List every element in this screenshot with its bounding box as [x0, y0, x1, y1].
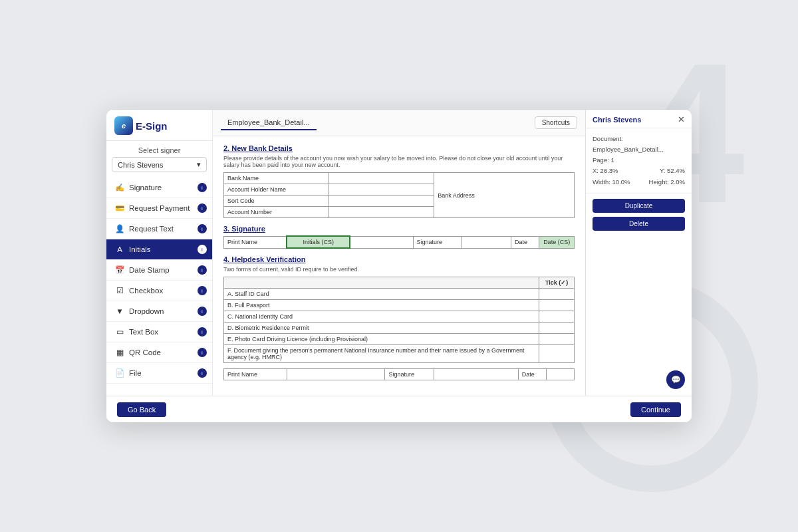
- page-info-label: Page:: [593, 156, 609, 164]
- sidebar-item-signature[interactable]: ✍ Signature i: [106, 178, 212, 198]
- sidebar-badge-checkbox: i: [198, 286, 207, 295]
- sidebar-badge-signature: i: [198, 183, 207, 192]
- sidebar-label-qr-code: QR Code: [129, 348, 161, 356]
- file-icon: 📄: [114, 368, 125, 378]
- sidebar-item-file[interactable]: 📄 File i: [106, 363, 212, 384]
- sidebar-badge-qr-code: i: [198, 348, 207, 357]
- checkbox-icon: ☑: [114, 285, 125, 296]
- close-button[interactable]: ✕: [678, 115, 685, 124]
- right-panel: Chris Stevens ✕ Document: Employee_Bank_…: [585, 110, 692, 396]
- final-print-name-value: [287, 369, 385, 380]
- final-signature-table: Print Name Signature Date: [223, 368, 575, 380]
- sidebar-item-date-stamp[interactable]: 📅 Date Stamp i: [106, 260, 212, 281]
- bank-name-value: [329, 173, 434, 184]
- sidebar-item-checkbox[interactable]: ☑ Checkbox i: [106, 281, 212, 301]
- wh-info-row: Width: 10.0% Height: 2.0%: [593, 177, 685, 188]
- logo-text: E-Sign: [136, 120, 168, 132]
- sidebar-badge-request-text: i: [198, 224, 207, 233]
- helpdesk-item-e: E. Photo Card Driving Licence (including…: [224, 334, 539, 345]
- payment-icon: 💳: [114, 203, 125, 213]
- window-body: e E-Sign Select signer Chris Stevens ▾ ✍…: [106, 110, 692, 396]
- initials-cs-cell: Initials (CS): [287, 236, 350, 248]
- qr-code-icon: ▦: [114, 347, 125, 358]
- sidebar-badge-request-payment: i: [198, 203, 207, 213]
- helpdesk-tick-d: [539, 323, 575, 334]
- sort-code-label: Sort Code: [224, 196, 329, 207]
- main-window: e E-Sign Select signer Chris Stevens ▾ ✍…: [106, 110, 692, 422]
- helpdesk-tick-c: [539, 311, 575, 323]
- helpdesk-tick-b: [539, 300, 575, 311]
- final-print-name-label: Print Name: [224, 369, 287, 380]
- right-panel-info: Document: Employee_Bank_Detail... Page: …: [586, 128, 692, 194]
- doc-tab[interactable]: Employee_Bank_Detail...: [221, 116, 317, 130]
- document-info-label: Document:: [593, 135, 623, 142]
- sidebar-label-initials: Initials: [129, 245, 151, 253]
- final-signature-value: [434, 369, 518, 380]
- logo-icon: e: [114, 116, 133, 135]
- request-text-icon: 👤: [114, 223, 125, 234]
- tick-header: Tick (✓): [539, 277, 575, 289]
- section2-title: 2. New Bank Details: [223, 144, 575, 152]
- sidebar-label-signature: Signature: [129, 184, 162, 192]
- helpdesk-tick-f: [539, 345, 575, 363]
- select-signer-dropdown[interactable]: Chris Stevens ▾: [112, 157, 207, 172]
- doc-area: Employee_Bank_Detail... Shortcuts 2. New…: [213, 110, 585, 396]
- sidebar-label-text-box: Text Box: [129, 328, 158, 336]
- xy-info-row: X: 26.3% Y: 52.4%: [593, 166, 685, 176]
- chevron-down-icon: ▾: [197, 160, 201, 169]
- sidebar-item-request-text[interactable]: 👤 Request Text i: [106, 219, 212, 239]
- doc-content[interactable]: 2. New Bank Details Please provide detai…: [213, 136, 585, 396]
- sidebar-label-request-payment: Request Payment: [129, 204, 190, 212]
- y-info: Y: 52.4%: [660, 166, 685, 176]
- dropdown-icon: ▼: [114, 306, 125, 317]
- final-signature-label: Signature: [385, 369, 434, 380]
- date-cs-cell: Date (CS): [539, 236, 575, 248]
- helpdesk-item-b: B. Full Passport: [224, 300, 539, 311]
- duplicate-button[interactable]: Duplicate: [593, 199, 685, 213]
- go-back-button[interactable]: Go Back: [117, 402, 166, 417]
- print-name-label: Print Name: [224, 236, 287, 248]
- select-signer-label: Select signer: [106, 141, 212, 157]
- height-info: Height: 2.0%: [649, 177, 685, 188]
- helpdesk-header: [224, 277, 539, 289]
- account-number-label: Account Number: [224, 207, 329, 218]
- date-stamp-icon: 📅: [114, 265, 125, 275]
- text-box-icon: ▭: [114, 327, 125, 337]
- signature-value: [462, 236, 511, 248]
- helpdesk-tick-e: [539, 334, 575, 345]
- date-label: Date: [511, 236, 539, 248]
- sidebar-label-dropdown: Dropdown: [129, 307, 164, 315]
- sidebar-badge-initials: i: [198, 245, 207, 254]
- sort-code-value: [329, 196, 434, 207]
- page-info-value: 1: [610, 156, 614, 164]
- sidebar-item-dropdown[interactable]: ▼ Dropdown i: [106, 301, 212, 322]
- sidebar-label-file: File: [129, 369, 142, 377]
- shortcuts-button[interactable]: Shortcuts: [535, 116, 577, 129]
- sidebar-badge-date-stamp: i: [198, 265, 207, 275]
- bank-name-label: Bank Name: [224, 173, 329, 184]
- window-footer: Go Back Continue: [106, 396, 692, 422]
- sidebar-items: ✍ Signature i 💳 Request Payment i 👤 Requ…: [106, 178, 212, 390]
- page-info-row: Page: 1: [593, 155, 685, 166]
- continue-button[interactable]: Continue: [630, 402, 681, 417]
- helpdesk-item-f: F. Document giving the person's permanen…: [224, 345, 539, 363]
- selected-signer-text: Chris Stevens: [118, 161, 163, 169]
- right-panel-header: Chris Stevens ✕: [586, 110, 692, 128]
- sidebar-badge-text-box: i: [198, 327, 207, 336]
- initials-icon: A: [114, 244, 125, 255]
- sidebar-badge-file: i: [198, 368, 207, 378]
- signature-table: Print Name Initials (CS) Signature Date …: [223, 235, 575, 249]
- bank-details-table: Bank Name Bank Address Account Holder Na…: [223, 172, 575, 218]
- sidebar-label-date-stamp: Date Stamp: [129, 266, 170, 274]
- sidebar-item-qr-code[interactable]: ▦ QR Code i: [106, 342, 212, 363]
- delete-button[interactable]: Delete: [593, 217, 685, 231]
- account-holder-value: [329, 184, 434, 196]
- action-buttons: Duplicate Delete: [586, 194, 692, 236]
- sidebar-label-request-text: Request Text: [129, 225, 174, 233]
- sidebar-item-request-payment[interactable]: 💳 Request Payment i: [106, 198, 212, 219]
- chat-icon[interactable]: 💬: [666, 370, 685, 389]
- sidebar-item-initials[interactable]: A Initials i: [106, 239, 212, 260]
- doc-tab-bar: Employee_Bank_Detail... Shortcuts: [213, 110, 585, 136]
- account-holder-label: Account Holder Name: [224, 184, 329, 196]
- sidebar-item-text-box[interactable]: ▭ Text Box i: [106, 322, 212, 342]
